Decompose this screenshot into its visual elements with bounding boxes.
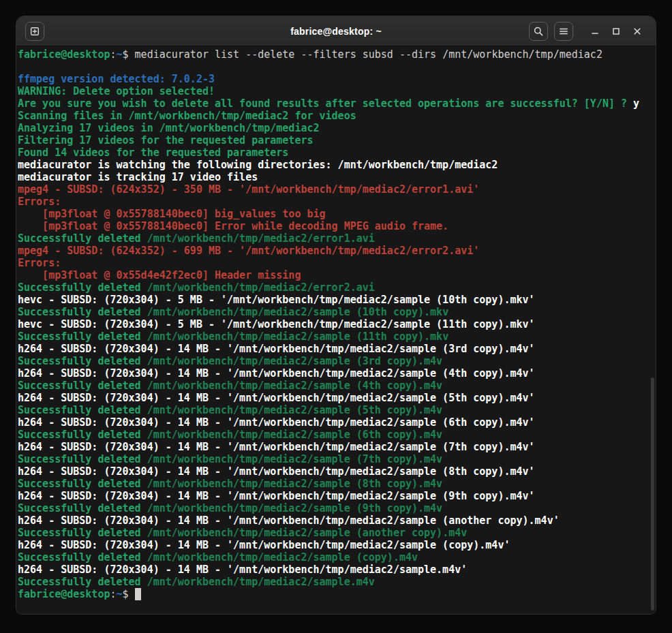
text-segment: mediacurator is tracking 17 video files	[18, 171, 258, 183]
text-segment: hevc - SUBSD: (720x304) - 5 MB - '/mnt/w…	[18, 318, 535, 330]
text-segment: Successfully deleted	[18, 478, 147, 490]
text-segment: /mnt/workbench/tmp/mediac2/sample (5th c…	[147, 404, 442, 416]
text-segment: Successfully deleted	[18, 404, 147, 416]
terminal-line: Analyzing 17 videos in /mnt/workbench/tm…	[18, 122, 656, 134]
scrollbar-thumb[interactable]	[651, 377, 654, 611]
text-segment: $	[123, 588, 135, 600]
text-segment: Successfully deleted	[18, 551, 147, 563]
terminal-line: Successfully deleted /mnt/workbench/tmp/…	[18, 404, 656, 416]
text-segment: h264 - SUBSD: (720x304) - 14 MB - '/mnt/…	[18, 563, 467, 576]
text-segment: [mp3float @ 0x55788140bec0] Error while …	[18, 220, 448, 232]
terminal-output[interactable]: fabrice@desktop:~$ mediacurator list --d…	[16, 46, 656, 614]
text-segment: Successfully deleted	[18, 330, 147, 343]
text-segment: Filtering 17 videos for the requested pa…	[18, 134, 313, 146]
close-icon	[632, 26, 643, 37]
text-segment: /mnt/workbench/tmp/mediac2/sample (anoth…	[147, 527, 468, 539]
terminal-line: h264 - SUBSD: (720x304) - 14 MB - '/mnt/…	[18, 514, 656, 527]
text-segment: /mnt/workbench/tmp/mediac2/sample (9th c…	[147, 502, 442, 514]
terminal-line: mediacurator is watching the following d…	[18, 159, 656, 171]
terminal-line: Successfully deleted /mnt/workbench/tmp/…	[18, 576, 656, 588]
terminal-line: Successfully deleted /mnt/workbench/tmp/…	[18, 527, 656, 539]
terminal-line: h264 - SUBSD: (720x304) - 14 MB - '/mnt/…	[18, 367, 656, 380]
menu-button[interactable]	[554, 22, 573, 41]
terminal-line: WARNING: Delete option selected!	[18, 85, 656, 97]
terminal-line: h264 - SUBSD: (720x304) - 14 MB - '/mnt/…	[18, 490, 656, 502]
terminal-line: h264 - SUBSD: (720x304) - 14 MB - '/mnt/…	[18, 465, 656, 478]
terminal-line: hevc - SUBSD: (720x304) - 5 MB - '/mnt/w…	[18, 318, 656, 330]
text-segment: fabrice@desktop	[18, 48, 110, 61]
text-segment: Successfully deleted	[18, 281, 147, 294]
terminal-line: [mp3float @ 0x55788140bec0] Error while …	[18, 220, 656, 232]
maximize-button[interactable]	[609, 22, 624, 41]
terminal-line: h264 - SUBSD: (720x304) - 14 MB - '/mnt/…	[18, 416, 656, 429]
text-segment: ~	[117, 588, 123, 600]
text-segment: y	[633, 97, 639, 110]
text-segment: Successfully deleted	[18, 527, 147, 539]
text-segment: h264 - SUBSD: (720x304) - 14 MB - '/mnt/…	[18, 367, 535, 380]
terminal-line: Successfully deleted /mnt/workbench/tmp/…	[18, 429, 656, 441]
maximize-icon	[611, 26, 622, 37]
scrollbar[interactable]	[650, 46, 656, 614]
headerbar: fabrice@desktop: ~	[16, 16, 656, 46]
text-segment: /mnt/workbench/tmp/mediac2/sample (copy)…	[147, 551, 418, 563]
text-segment: ~	[117, 48, 123, 61]
terminal-line: Errors:	[18, 196, 656, 208]
text-segment: Found 14 videos for the requested parame…	[18, 146, 288, 159]
text-segment: h264 - SUBSD: (720x304) - 14 MB - '/mnt/…	[18, 441, 535, 453]
text-segment: Successfully deleted	[18, 380, 147, 392]
text-segment: /mnt/workbench/tmp/mediac2/sample (3rd c…	[147, 355, 442, 367]
terminal-line: mediacurator is tracking 17 video files	[18, 171, 656, 183]
text-segment: [mp3float @ 0x55d4e42f2ec0] Header missi…	[18, 269, 301, 281]
text-segment: Successfully deleted	[18, 576, 147, 588]
minimize-button[interactable]	[587, 22, 602, 41]
terminal-line: Successfully deleted /mnt/workbench/tmp/…	[18, 551, 656, 563]
text-segment: Analyzing 17 videos in /mnt/workbench/tm…	[18, 122, 320, 134]
terminal-line: Found 14 videos for the requested parame…	[18, 146, 656, 159]
text-segment: /mnt/workbench/tmp/mediac2/error2.avi	[147, 281, 375, 294]
terminal-line: h264 - SUBSD: (720x304) - 14 MB - '/mnt/…	[18, 343, 656, 355]
search-button[interactable]	[529, 22, 548, 41]
text-segment: Successfully deleted	[18, 355, 147, 367]
minimize-icon	[590, 26, 600, 37]
search-icon	[533, 26, 544, 37]
terminal-line: Successfully deleted /mnt/workbench/tmp/…	[18, 281, 656, 294]
text-segment: h264 - SUBSD: (720x304) - 14 MB - '/mnt/…	[18, 416, 535, 429]
terminal-line: Successfully deleted /mnt/workbench/tmp/…	[18, 453, 656, 465]
text-segment: Successfully deleted	[18, 453, 147, 465]
terminal-line: Scanning files in /mnt/workbench/tmp/med…	[18, 110, 656, 122]
terminal-line: hevc - SUBSD: (720x304) - 5 MB - '/mnt/w…	[18, 294, 656, 306]
terminal-line: Successfully deleted /mnt/workbench/tmp/…	[18, 330, 656, 343]
text-segment: Scanning files in /mnt/workbench/tmp/med…	[18, 110, 356, 122]
text-segment: /mnt/workbench/tmp/mediac2/sample (10th …	[147, 306, 449, 318]
terminal-line: h264 - SUBSD: (720x304) - 14 MB - '/mnt/…	[18, 441, 656, 453]
terminal-line: Successfully deleted /mnt/workbench/tmp/…	[18, 232, 656, 245]
text-segment: mediacurator is watching the following d…	[18, 159, 498, 171]
terminal-line: Successfully deleted /mnt/workbench/tmp/…	[18, 502, 656, 514]
new-tab-button[interactable]	[25, 22, 44, 41]
text-segment: /mnt/workbench/tmp/mediac2/sample (11th …	[147, 330, 449, 343]
terminal-line: [mp3float @ 0x55788140bec0] big_values t…	[18, 208, 656, 220]
text-segment: h264 - SUBSD: (720x304) - 14 MB - '/mnt/…	[18, 343, 535, 355]
text-segment: h264 - SUBSD: (720x304) - 14 MB - '/mnt/…	[18, 392, 535, 404]
text-segment: [mp3float @ 0x55788140bec0] big_values t…	[18, 208, 326, 220]
terminal-line: Errors:	[18, 257, 656, 269]
terminal-cursor	[135, 588, 141, 600]
text-segment: Successfully deleted	[18, 502, 147, 514]
terminal-line: ffmpeg version detected: 7.0.2-3	[18, 73, 656, 85]
terminal-line: Filtering 17 videos for the requested pa…	[18, 134, 656, 146]
menu-icon	[558, 26, 569, 37]
text-segment: h264 - SUBSD: (720x304) - 14 MB - '/mnt/…	[18, 539, 510, 551]
close-button[interactable]	[630, 22, 645, 41]
text-segment: h264 - SUBSD: (720x304) - 14 MB - '/mnt/…	[18, 514, 560, 527]
text-segment: Successfully deleted	[18, 232, 147, 245]
terminal-line: h264 - SUBSD: (720x304) - 14 MB - '/mnt/…	[18, 539, 656, 551]
terminal-lines: fabrice@desktop:~$ mediacurator list --d…	[18, 48, 656, 600]
terminal-line: mpeg4 - SUBSD: (624x352) - 350 MB - '/mn…	[18, 183, 656, 196]
text-segment: /mnt/workbench/tmp/mediac2/sample (6th c…	[147, 429, 442, 441]
text-segment: /mnt/workbench/tmp/mediac2/error1.avi	[147, 232, 375, 245]
terminal-line: Successfully deleted /mnt/workbench/tmp/…	[18, 306, 656, 318]
text-segment: WARNING: Delete option selected!	[18, 85, 215, 97]
text-segment: :	[110, 48, 116, 61]
new-tab-icon	[29, 26, 40, 37]
text-segment: /mnt/workbench/tmp/mediac2/sample.m4v	[147, 576, 375, 588]
